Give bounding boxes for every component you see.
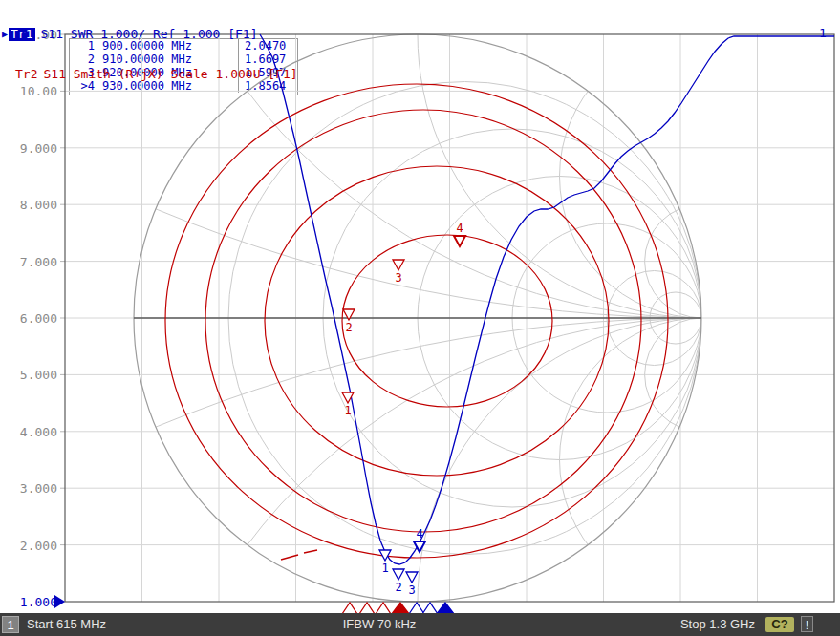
ifbw-label[interactable]: IFBW 70 kHz [343,613,417,636]
trace-marker-3[interactable]: 3 [393,260,404,285]
tr2-settings-text: S11 Smith (R+jX) Scale 1.000U [F1] [43,68,297,81]
tr2-settings-line[interactable]: Tr2S11 Smith (R+jX) Scale 1.000U [F1] [2,68,298,81]
y-axis-tick-label: 7.000 [0,255,57,269]
marker-number-label: 4 [416,527,422,541]
trace-marker-3[interactable]: 3 [406,572,418,597]
tr1-label[interactable]: Tr1 [9,28,34,41]
calibration-status-badge: C? [765,617,794,632]
y-axis-tick-label: 6.000 [0,311,57,326]
plot-border [65,34,834,602]
y-axis-tick-label: 3.000 [0,481,57,496]
trace-marker-2[interactable]: 2 [343,309,355,334]
channel-number-box[interactable]: 1 [2,616,19,633]
active-trace-arrow-icon: ▶ [2,28,8,41]
sweep-stop-label[interactable]: Stop 1.3 GHz [680,613,755,636]
alert-badge: ! [801,616,813,632]
marker-number-label: 1 [381,562,388,575]
tr2-label[interactable]: Tr2 [15,68,37,81]
trace-settings-header: ▶Tr1S11 SWR 1.000/ Ref 1.000 [F1] Tr2S11… [2,1,298,95]
y-axis-tick-label: 5.000 [0,368,57,382]
tr1-settings-line[interactable]: ▶Tr1S11 SWR 1.000/ Ref 1.000 [F1] [2,28,298,41]
trace-marker-1[interactable]: 1 [379,550,391,575]
marker-number-label: 3 [395,271,401,285]
status-bar: 1 Start 615 MHz IFBW 70 kHz Stop 1.3 GHz… [0,613,840,636]
graticule-grid [60,34,834,602]
marker-number-label: 4 [456,222,463,235]
tr1-settings-text: S11 SWR 1.000/ Ref 1.000 [F1] [41,28,258,41]
y-axis-tick-label: 4.000 [0,425,57,439]
marker-number-label: 2 [345,321,352,334]
tr2-smith-trace [165,84,668,560]
sweep-start-label[interactable]: Start 615 MHz [27,613,106,636]
trace-marker-4[interactable]: 4 [454,222,465,246]
marker-number-label: 3 [408,583,415,597]
trace-marker-2[interactable]: 2 [393,569,404,594]
tr1-swr-trace [260,34,834,564]
trace-marker-1[interactable]: 1 [342,392,354,417]
y-axis-tick-label: 9.000 [0,141,57,156]
y-axis-tick-label: 2.000 [0,539,57,553]
y-axis-tick-label: 1.000 [0,595,57,609]
trace-end-number: 1 [819,26,827,40]
reference-level-arrow-icon[interactable] [54,595,65,608]
trace-marker-4[interactable]: 4 [414,527,425,552]
y-axis-tick-label: 8.000 [0,198,57,212]
marker-number-label: 2 [395,581,401,594]
marker-number-label: 1 [344,404,351,417]
